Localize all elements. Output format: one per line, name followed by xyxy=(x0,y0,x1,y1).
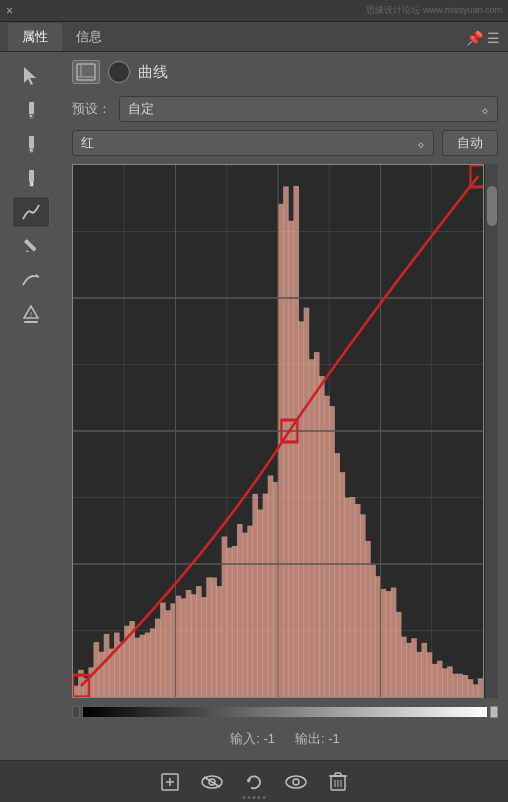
channel-select[interactable]: 红 ⬦ xyxy=(72,130,434,156)
scrollbar-thumb[interactable] xyxy=(487,186,497,226)
left-toolbar: ! xyxy=(0,52,62,760)
main-panel: ! 曲线 预设： 自定 ⬦ xyxy=(0,52,508,760)
bottom-toolbar xyxy=(0,760,508,802)
eyedropper-white-tool[interactable] xyxy=(12,162,50,194)
svg-point-3 xyxy=(30,115,32,117)
svg-rect-7 xyxy=(29,170,34,182)
reset-button[interactable] xyxy=(240,768,268,796)
auto-button[interactable]: 自动 xyxy=(442,130,498,156)
scrollbar[interactable] xyxy=(484,164,498,698)
spline-tool[interactable] xyxy=(12,264,50,296)
slider-right-handle[interactable] xyxy=(490,706,498,718)
svg-rect-39 xyxy=(335,773,341,776)
delete-button[interactable] xyxy=(324,768,352,796)
content-area: 曲线 预设： 自定 ⬦ 红 ⬦ 自动 xyxy=(62,52,508,760)
eyedropper-gray-tool[interactable] xyxy=(12,128,50,160)
panel-icon1 xyxy=(72,60,100,84)
pointer-tool[interactable] xyxy=(12,60,50,92)
grip xyxy=(243,796,266,799)
channel-row: 红 ⬦ 自动 xyxy=(72,130,498,156)
preset-select[interactable]: 自定 ⬦ xyxy=(119,96,498,122)
svg-point-9 xyxy=(30,183,32,185)
slider-left-handle[interactable] xyxy=(72,706,80,718)
io-row: 输入: -1 输出: -1 xyxy=(72,726,498,752)
warning-tool[interactable]: ! xyxy=(12,298,50,330)
close-button[interactable]: × xyxy=(6,4,20,18)
titlebar: × 思缘设计论坛 www.missyuan.com xyxy=(0,0,508,22)
svg-point-6 xyxy=(30,149,32,151)
curve-area xyxy=(72,164,498,698)
preset-arrow: ⬦ xyxy=(481,102,489,117)
preset-value: 自定 xyxy=(128,100,154,118)
channel-arrow: ⬦ xyxy=(417,136,425,151)
tabs-menu[interactable]: 📌 ☰ xyxy=(466,30,500,51)
panel-icon2 xyxy=(108,61,130,83)
preset-label: 预设： xyxy=(72,100,111,118)
panel-header: 曲线 xyxy=(72,60,498,88)
panel-title: 曲线 xyxy=(138,63,168,82)
menu-icon: ☰ xyxy=(487,30,500,46)
svg-text:!: ! xyxy=(30,310,32,319)
svg-rect-4 xyxy=(29,136,34,148)
channel-value: 红 xyxy=(81,134,94,152)
svg-point-36 xyxy=(293,779,299,785)
input-label: 输入: -1 xyxy=(230,730,275,748)
svg-rect-10 xyxy=(24,239,37,252)
svg-rect-1 xyxy=(29,102,34,114)
svg-rect-25 xyxy=(73,675,89,697)
tab-properties[interactable]: 属性 xyxy=(8,23,62,51)
svg-rect-16 xyxy=(77,64,95,80)
gradient-bar xyxy=(82,706,488,718)
svg-point-35 xyxy=(286,776,306,788)
eye-button[interactable] xyxy=(282,768,310,796)
tab-info[interactable]: 信息 xyxy=(62,23,116,51)
curve-tool[interactable] xyxy=(12,196,50,228)
output-label: 输出: -1 xyxy=(295,730,340,748)
tabs-bar: 属性 信息 📌 ☰ xyxy=(0,22,508,52)
watermark: 思缘设计论坛 www.missyuan.com xyxy=(366,4,502,17)
pencil-tool[interactable] xyxy=(12,230,50,262)
svg-marker-11 xyxy=(26,250,29,252)
eyedropper-black-tool[interactable] xyxy=(12,94,50,126)
visibility-button[interactable] xyxy=(198,768,226,796)
add-point-button[interactable] xyxy=(156,768,184,796)
preset-row: 预设： 自定 ⬦ xyxy=(72,96,498,122)
curve-canvas[interactable] xyxy=(72,164,484,698)
svg-marker-0 xyxy=(24,67,36,85)
gradient-slider-row xyxy=(72,706,498,718)
pin-icon: 📌 xyxy=(466,30,483,46)
